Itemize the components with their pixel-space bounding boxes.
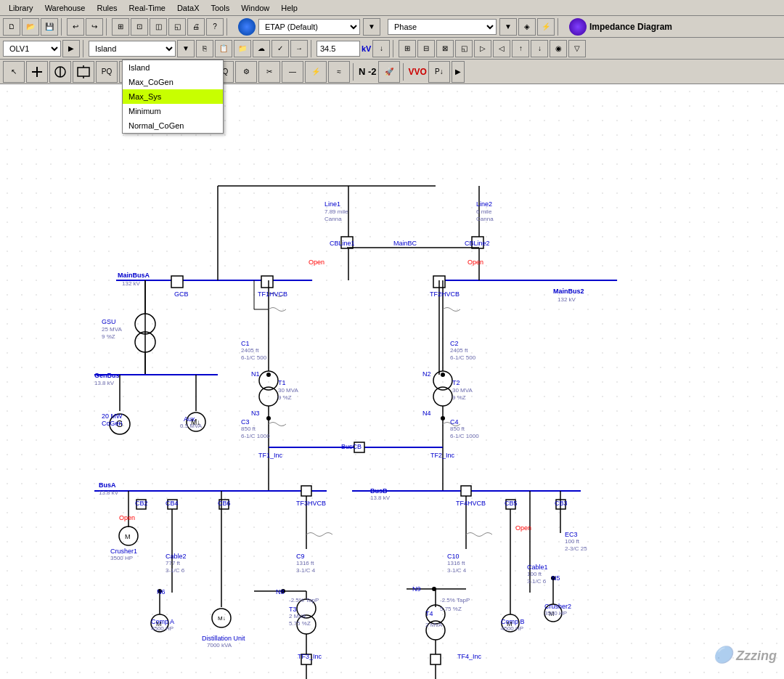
grid-btn[interactable]: ⊞	[112, 18, 129, 36]
label-t4-tap: -2.5% TapP	[440, 597, 470, 603]
phase-select[interactable]: Phase	[388, 19, 497, 35]
sep3	[226, 18, 229, 36]
new-btn[interactable]: 🗋	[3, 18, 20, 36]
label-c3-sub2: 6-1/C 1000	[241, 433, 270, 439]
grid2-btn[interactable]: ⊡	[131, 18, 148, 36]
label-tf2inc: TF2_Inc	[430, 452, 454, 459]
menu-tools[interactable]: Tools	[205, 2, 236, 14]
tb-extra9[interactable]: ◉	[550, 40, 567, 57]
label-ec3-sub: 100 ft	[565, 538, 579, 545]
label-line2-sub: 6 mile	[476, 208, 491, 215]
svg-rect-90	[430, 654, 441, 664]
kv-down-btn[interactable]: ↓	[372, 40, 390, 57]
etap-dropdown-btn[interactable]: ▼	[363, 18, 380, 36]
tb-extra7[interactable]: ↑	[512, 40, 529, 57]
label-n5: N5	[552, 574, 560, 582]
toolbar-row3: ↖ PQ P↑ ⚡ ⚡ V PQ ⚙ ✂ — ⚡ ≈ N -2 🚀 VVO P↓…	[0, 60, 784, 84]
label-crusher1: Crusher1	[110, 548, 137, 555]
olv-arrow-btn[interactable]: ▶	[62, 40, 80, 57]
label-t3-tap: -2.5% TapP	[289, 597, 319, 603]
menu-datax[interactable]: DataX	[171, 2, 205, 14]
label-c1-sub2: 6-1/C 500	[241, 354, 266, 361]
menu-window[interactable]: Window	[235, 2, 275, 14]
dropdown-item-maxsys[interactable]: Max_Sys	[123, 89, 223, 104]
label-t3: T3	[289, 606, 297, 613]
tool15-btn[interactable]: 🚀	[378, 61, 400, 83]
phase-dropdown-btn[interactable]: ▼	[499, 18, 517, 36]
kv-input[interactable]	[317, 41, 360, 57]
study-select[interactable]: Island	[89, 41, 176, 57]
tool16-btn[interactable]: P↓	[428, 61, 450, 83]
paste-btn[interactable]: 📋	[215, 40, 232, 57]
label-open4: Open	[515, 524, 531, 532]
label-distunit-sub: 7000 kVA	[207, 642, 232, 648]
tb-extra8[interactable]: ↓	[531, 40, 548, 57]
menu-realtime[interactable]: Real-Time	[123, 2, 171, 14]
svg-rect-8	[0, 84, 784, 679]
menu-rules[interactable]: Rules	[91, 2, 123, 14]
menu-help[interactable]: Help	[275, 2, 303, 14]
help-btn[interactable]: ?	[206, 18, 224, 36]
svg-text:M↓: M↓	[218, 615, 226, 622]
olv-select[interactable]: OLV1	[3, 41, 61, 57]
tb-extra2[interactable]: ⊟	[417, 40, 435, 57]
svg-rect-50	[461, 486, 471, 496]
label-gsu: GSU	[102, 318, 116, 325]
tb-extra3[interactable]: ⊠	[436, 40, 454, 57]
icon1-btn[interactable]: ◈	[518, 18, 536, 36]
cursor-btn[interactable]: ↖	[3, 61, 25, 83]
dropdown-item-minimum[interactable]: Minimum	[123, 104, 223, 118]
tb-extra1[interactable]: ⊞	[399, 40, 416, 57]
tool2-btn[interactable]	[49, 61, 71, 83]
tool14-btn[interactable]: ≈	[328, 61, 350, 83]
tb-extra10[interactable]: ▽	[568, 40, 586, 57]
print-btn[interactable]: 🖨	[187, 18, 205, 36]
tool11-btn[interactable]: ✂	[258, 61, 280, 83]
label-compa-sub: 4500 HP	[151, 625, 173, 632]
layer-btn[interactable]: ◱	[168, 18, 186, 36]
tb-extra6[interactable]: ◁	[493, 40, 510, 57]
study-dropdown-btn[interactable]: ▼	[177, 40, 195, 57]
label-compa: Comp A	[151, 618, 174, 625]
cloud-btn[interactable]: ☁	[253, 40, 270, 57]
redo-btn[interactable]: ↪	[86, 18, 103, 36]
tool1-btn[interactable]	[26, 61, 48, 83]
tool12-btn[interactable]: —	[282, 61, 303, 83]
dropdown-item-normalcogen[interactable]: Normal_CoGen	[123, 118, 223, 133]
copy-btn[interactable]: ⎘	[196, 40, 213, 57]
label-genbus-kv: 13.8 kV	[94, 380, 114, 386]
label-busb-kv: 13.8 kV	[370, 495, 390, 501]
label-mainbus2-kv: 132 kV	[558, 296, 576, 303]
icon2-btn[interactable]: ⚡	[537, 18, 555, 36]
menu-library[interactable]: Library	[3, 2, 39, 14]
snap-btn[interactable]: ◫	[150, 18, 167, 36]
svg-rect-18	[171, 276, 183, 288]
save-btn[interactable]: 💾	[41, 18, 58, 36]
dropdown-item-maxcogen[interactable]: Max_CoGen	[123, 75, 223, 89]
open-btn[interactable]: 📂	[22, 18, 39, 36]
svg-point-115	[441, 373, 445, 377]
menu-warehouse[interactable]: Warehouse	[39, 2, 91, 14]
label-n2: N2	[422, 370, 431, 378]
sep9	[403, 63, 406, 81]
label-t2: T2	[452, 379, 460, 386]
arrow3-btn[interactable]: →	[290, 40, 308, 57]
tool4-btn[interactable]: PQ	[96, 61, 118, 83]
svg-rect-4	[78, 68, 89, 76]
check-btn[interactable]: ✓	[271, 40, 289, 57]
tool17-btn[interactable]: ▶	[452, 61, 465, 83]
label-line1-sub2: Canna	[324, 216, 342, 222]
dropdown-item-island[interactable]: Island	[123, 60, 223, 75]
diagram-canvas[interactable]: G M↓	[0, 84, 784, 679]
tb-extra5[interactable]: ▷	[474, 40, 491, 57]
tb-extra4[interactable]: ◱	[455, 40, 473, 57]
tool10-btn[interactable]: ⚙	[235, 61, 257, 83]
tool3-btn[interactable]	[73, 61, 94, 83]
n2-label: N -2	[359, 66, 377, 77]
label-distunit: Distillation Unit	[202, 635, 245, 642]
open2-btn[interactable]: 📁	[234, 40, 251, 57]
label-t1-sub2: 9 %Z	[278, 394, 292, 401]
etap-project-select[interactable]: ETAP (Default)	[258, 19, 360, 35]
undo-btn[interactable]: ↩	[67, 18, 84, 36]
tool13-btn[interactable]: ⚡	[305, 61, 327, 83]
